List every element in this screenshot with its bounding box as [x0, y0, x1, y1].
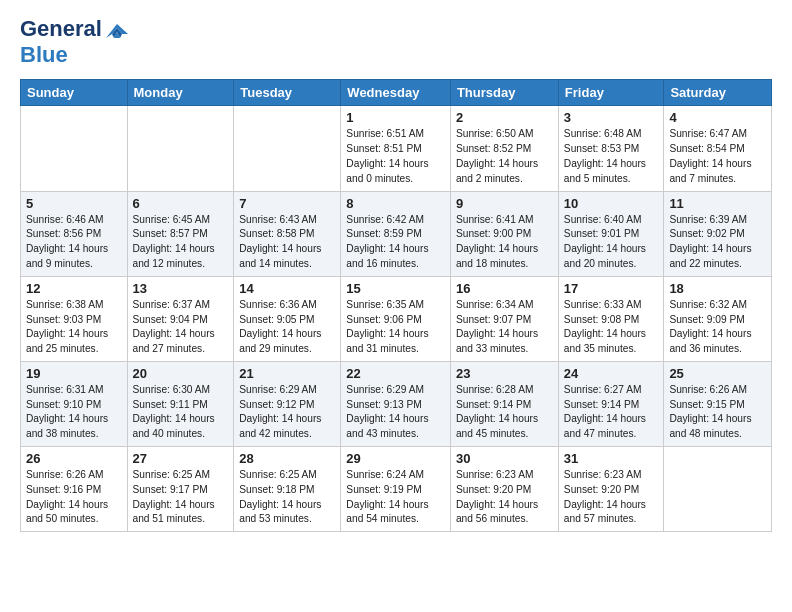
day-cell: 11Sunrise: 6:39 AMSunset: 9:02 PMDayligh… — [664, 191, 772, 276]
day-cell — [127, 106, 234, 191]
day-cell: 6Sunrise: 6:45 AMSunset: 8:57 PMDaylight… — [127, 191, 234, 276]
day-number: 18 — [669, 281, 766, 296]
logo-text: General Blue — [20, 16, 132, 67]
day-number: 12 — [26, 281, 122, 296]
day-number: 16 — [456, 281, 553, 296]
day-cell: 5Sunrise: 6:46 AMSunset: 8:56 PMDaylight… — [21, 191, 128, 276]
week-row-2: 5Sunrise: 6:46 AMSunset: 8:56 PMDaylight… — [21, 191, 772, 276]
day-number: 4 — [669, 110, 766, 125]
day-info: Sunrise: 6:27 AMSunset: 9:14 PMDaylight:… — [564, 383, 659, 442]
day-number: 1 — [346, 110, 445, 125]
day-info: Sunrise: 6:34 AMSunset: 9:07 PMDaylight:… — [456, 298, 553, 357]
day-number: 11 — [669, 196, 766, 211]
day-cell: 28Sunrise: 6:25 AMSunset: 9:18 PMDayligh… — [234, 446, 341, 531]
day-number: 25 — [669, 366, 766, 381]
day-cell: 7Sunrise: 6:43 AMSunset: 8:58 PMDaylight… — [234, 191, 341, 276]
day-info: Sunrise: 6:24 AMSunset: 9:19 PMDaylight:… — [346, 468, 445, 527]
day-info: Sunrise: 6:50 AMSunset: 8:52 PMDaylight:… — [456, 127, 553, 186]
page: General Blue SundayMondayTues — [0, 0, 792, 548]
day-cell: 19Sunrise: 6:31 AMSunset: 9:10 PMDayligh… — [21, 361, 128, 446]
day-number: 30 — [456, 451, 553, 466]
day-cell: 1Sunrise: 6:51 AMSunset: 8:51 PMDaylight… — [341, 106, 451, 191]
day-cell: 12Sunrise: 6:38 AMSunset: 9:03 PMDayligh… — [21, 276, 128, 361]
header: General Blue — [20, 16, 772, 67]
day-cell: 27Sunrise: 6:25 AMSunset: 9:17 PMDayligh… — [127, 446, 234, 531]
day-info: Sunrise: 6:42 AMSunset: 8:59 PMDaylight:… — [346, 213, 445, 272]
week-row-5: 26Sunrise: 6:26 AMSunset: 9:16 PMDayligh… — [21, 446, 772, 531]
day-cell: 3Sunrise: 6:48 AMSunset: 8:53 PMDaylight… — [558, 106, 664, 191]
day-cell: 30Sunrise: 6:23 AMSunset: 9:20 PMDayligh… — [450, 446, 558, 531]
day-info: Sunrise: 6:29 AMSunset: 9:12 PMDaylight:… — [239, 383, 335, 442]
day-info: Sunrise: 6:25 AMSunset: 9:18 PMDaylight:… — [239, 468, 335, 527]
day-info: Sunrise: 6:36 AMSunset: 9:05 PMDaylight:… — [239, 298, 335, 357]
day-info: Sunrise: 6:39 AMSunset: 9:02 PMDaylight:… — [669, 213, 766, 272]
day-cell: 31Sunrise: 6:23 AMSunset: 9:20 PMDayligh… — [558, 446, 664, 531]
header-cell-wednesday: Wednesday — [341, 80, 451, 106]
day-info: Sunrise: 6:48 AMSunset: 8:53 PMDaylight:… — [564, 127, 659, 186]
day-number: 23 — [456, 366, 553, 381]
day-cell: 25Sunrise: 6:26 AMSunset: 9:15 PMDayligh… — [664, 361, 772, 446]
day-info: Sunrise: 6:43 AMSunset: 8:58 PMDaylight:… — [239, 213, 335, 272]
day-info: Sunrise: 6:41 AMSunset: 9:00 PMDaylight:… — [456, 213, 553, 272]
day-info: Sunrise: 6:28 AMSunset: 9:14 PMDaylight:… — [456, 383, 553, 442]
day-number: 9 — [456, 196, 553, 211]
day-cell: 17Sunrise: 6:33 AMSunset: 9:08 PMDayligh… — [558, 276, 664, 361]
day-number: 14 — [239, 281, 335, 296]
day-cell — [21, 106, 128, 191]
day-number: 8 — [346, 196, 445, 211]
calendar-table: SundayMondayTuesdayWednesdayThursdayFrid… — [20, 79, 772, 532]
header-cell-thursday: Thursday — [450, 80, 558, 106]
day-cell: 10Sunrise: 6:40 AMSunset: 9:01 PMDayligh… — [558, 191, 664, 276]
day-number: 5 — [26, 196, 122, 211]
day-number: 17 — [564, 281, 659, 296]
day-number: 22 — [346, 366, 445, 381]
day-info: Sunrise: 6:23 AMSunset: 9:20 PMDaylight:… — [456, 468, 553, 527]
day-info: Sunrise: 6:26 AMSunset: 9:15 PMDaylight:… — [669, 383, 766, 442]
header-cell-friday: Friday — [558, 80, 664, 106]
day-info: Sunrise: 6:35 AMSunset: 9:06 PMDaylight:… — [346, 298, 445, 357]
day-number: 21 — [239, 366, 335, 381]
header-cell-monday: Monday — [127, 80, 234, 106]
day-info: Sunrise: 6:23 AMSunset: 9:20 PMDaylight:… — [564, 468, 659, 527]
header-cell-saturday: Saturday — [664, 80, 772, 106]
day-number: 6 — [133, 196, 229, 211]
day-cell: 2Sunrise: 6:50 AMSunset: 8:52 PMDaylight… — [450, 106, 558, 191]
day-number: 3 — [564, 110, 659, 125]
day-cell — [234, 106, 341, 191]
day-info: Sunrise: 6:51 AMSunset: 8:51 PMDaylight:… — [346, 127, 445, 186]
week-row-4: 19Sunrise: 6:31 AMSunset: 9:10 PMDayligh… — [21, 361, 772, 446]
day-cell: 9Sunrise: 6:41 AMSunset: 9:00 PMDaylight… — [450, 191, 558, 276]
day-info: Sunrise: 6:47 AMSunset: 8:54 PMDaylight:… — [669, 127, 766, 186]
day-number: 28 — [239, 451, 335, 466]
day-cell: 14Sunrise: 6:36 AMSunset: 9:05 PMDayligh… — [234, 276, 341, 361]
day-info: Sunrise: 6:25 AMSunset: 9:17 PMDaylight:… — [133, 468, 229, 527]
day-cell: 15Sunrise: 6:35 AMSunset: 9:06 PMDayligh… — [341, 276, 451, 361]
day-cell: 18Sunrise: 6:32 AMSunset: 9:09 PMDayligh… — [664, 276, 772, 361]
day-number: 27 — [133, 451, 229, 466]
day-number: 31 — [564, 451, 659, 466]
day-number: 26 — [26, 451, 122, 466]
day-info: Sunrise: 6:29 AMSunset: 9:13 PMDaylight:… — [346, 383, 445, 442]
day-number: 20 — [133, 366, 229, 381]
day-info: Sunrise: 6:37 AMSunset: 9:04 PMDaylight:… — [133, 298, 229, 357]
day-number: 19 — [26, 366, 122, 381]
header-cell-sunday: Sunday — [21, 80, 128, 106]
week-row-3: 12Sunrise: 6:38 AMSunset: 9:03 PMDayligh… — [21, 276, 772, 361]
day-number: 10 — [564, 196, 659, 211]
day-info: Sunrise: 6:31 AMSunset: 9:10 PMDaylight:… — [26, 383, 122, 442]
day-number: 15 — [346, 281, 445, 296]
day-cell: 16Sunrise: 6:34 AMSunset: 9:07 PMDayligh… — [450, 276, 558, 361]
day-info: Sunrise: 6:38 AMSunset: 9:03 PMDaylight:… — [26, 298, 122, 357]
day-info: Sunrise: 6:30 AMSunset: 9:11 PMDaylight:… — [133, 383, 229, 442]
day-number: 7 — [239, 196, 335, 211]
day-cell: 22Sunrise: 6:29 AMSunset: 9:13 PMDayligh… — [341, 361, 451, 446]
day-cell: 4Sunrise: 6:47 AMSunset: 8:54 PMDaylight… — [664, 106, 772, 191]
day-cell: 20Sunrise: 6:30 AMSunset: 9:11 PMDayligh… — [127, 361, 234, 446]
day-info: Sunrise: 6:33 AMSunset: 9:08 PMDaylight:… — [564, 298, 659, 357]
day-number: 29 — [346, 451, 445, 466]
day-cell: 21Sunrise: 6:29 AMSunset: 9:12 PMDayligh… — [234, 361, 341, 446]
day-cell: 29Sunrise: 6:24 AMSunset: 9:19 PMDayligh… — [341, 446, 451, 531]
header-cell-tuesday: Tuesday — [234, 80, 341, 106]
day-cell — [664, 446, 772, 531]
header-row: SundayMondayTuesdayWednesdayThursdayFrid… — [21, 80, 772, 106]
